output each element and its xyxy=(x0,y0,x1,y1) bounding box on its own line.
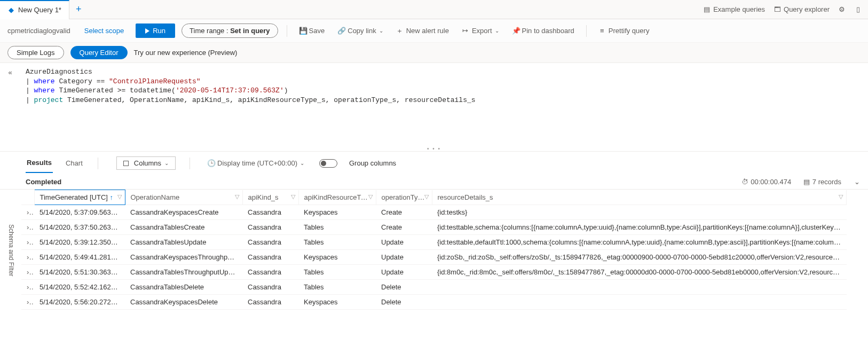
expand-row-toggle[interactable]: › xyxy=(21,280,34,295)
cell-timegenerated: 5/14/2020, 5:37:50.263 PM xyxy=(34,220,125,235)
filter-icon[interactable]: ▽ xyxy=(117,193,122,200)
example-queries-button[interactable]: ▤ Example queries xyxy=(703,5,765,13)
tab-bar: ◆ New Query 1* + ▤ Example queries 🗔 Que… xyxy=(0,0,868,19)
status-label: Completed xyxy=(26,178,61,186)
run-button[interactable]: Run xyxy=(136,23,175,38)
query-explorer-button[interactable]: 🗔 Query explorer xyxy=(774,5,830,13)
cell-apikindresourcetype: Keyspaces xyxy=(298,205,376,220)
tab-new-query[interactable]: ◆ New Query 1* xyxy=(0,0,69,19)
divider xyxy=(98,158,98,169)
example-queries-icon: ▤ xyxy=(703,5,711,13)
col-operationname[interactable]: OperationName▽ xyxy=(125,190,242,205)
panel-icon[interactable]: ▯ xyxy=(854,5,862,13)
group-columns-label: Group columns xyxy=(349,159,396,167)
export-icon: ↦ xyxy=(462,27,469,35)
cell-timegenerated: 5/14/2020, 5:37:09.563 PM xyxy=(34,205,125,220)
table-row[interactable]: ›5/14/2020, 5:39:12.350 PMCassandraTable… xyxy=(21,235,847,250)
table-row[interactable]: ›5/14/2020, 5:37:50.263 PMCassandraTable… xyxy=(21,220,847,235)
col-resourcedetails[interactable]: resourceDetails_s▽ xyxy=(432,190,847,205)
select-scope-link[interactable]: Select scope xyxy=(79,27,129,35)
cell-operationname: CassandraKeyspacesCreate xyxy=(125,205,242,220)
cell-operationname: CassandraTablesDelete xyxy=(125,280,242,295)
group-columns-toggle[interactable] xyxy=(319,159,337,168)
cell-apikind: Cassandra xyxy=(242,220,298,235)
prettify-button[interactable]: ≡Prettify query xyxy=(595,27,653,35)
filter-icon[interactable]: ▽ xyxy=(424,193,429,200)
cell-apikindresourcetype: Keyspaces xyxy=(298,295,376,310)
results-tab[interactable]: Results xyxy=(26,153,53,173)
chevron-down-icon: ⌄ xyxy=(379,28,383,34)
cell-operationname: CassandraKeyspacesDelete xyxy=(125,295,242,310)
col-timegenerated[interactable]: TimeGenerated [UTC] ↑▽ xyxy=(34,190,125,205)
cell-apikind: Cassandra xyxy=(242,250,298,265)
cell-apikind: Cassandra xyxy=(242,205,298,220)
expand-row-toggle[interactable]: › xyxy=(21,250,34,265)
cell-resourcedetails: {id:8m0c,_rid:8m0c,_self:offers/8m0c/,_t… xyxy=(432,265,847,280)
cell-apikindresourcetype: Keyspaces xyxy=(298,250,376,265)
export-button[interactable]: ↦Export ⌄ xyxy=(459,27,502,35)
expand-chevron-icon[interactable]: ⌄ xyxy=(853,178,861,186)
filter-icon[interactable]: ▽ xyxy=(291,193,295,200)
table-row[interactable]: ›5/14/2020, 5:56:20.272 PMCassandraKeysp… xyxy=(21,295,847,310)
cell-resourcedetails: {id:zoSb,_rid:zoSb,_self:offers/zoSb/,_t… xyxy=(432,250,847,265)
tab-add[interactable]: + xyxy=(69,4,88,15)
link-icon: 🔗 xyxy=(337,27,345,35)
cell-operationtype: Update xyxy=(376,265,432,280)
schema-filter-sidebar-tab[interactable]: Schema and Filter xyxy=(7,224,15,276)
tab-label: New Query 1* xyxy=(18,6,61,14)
try-new-experience-link[interactable]: Try our new experience (Preview) xyxy=(134,49,238,57)
table-row[interactable]: ›5/14/2020, 5:37:09.563 PMCassandraKeysp… xyxy=(21,205,847,220)
query-tab-icon: ◆ xyxy=(7,6,15,14)
record-count: ▤ 7 records xyxy=(803,178,841,186)
expand-row-toggle[interactable]: › xyxy=(21,295,34,310)
filter-icon[interactable]: ▽ xyxy=(839,193,843,200)
table-row[interactable]: ›5/14/2020, 5:51:30.363 PMCassandraTable… xyxy=(21,265,847,280)
cell-apikindresourcetype: Tables xyxy=(298,220,376,235)
cell-operationname: CassandraKeyspacesThroughputUpdate xyxy=(125,250,242,265)
chart-tab[interactable]: Chart xyxy=(65,154,84,172)
simple-logs-toggle[interactable]: Simple Logs xyxy=(7,46,64,59)
col-apikind[interactable]: apiKind_s▽ xyxy=(242,190,298,205)
new-alert-button[interactable]: ＋New alert rule xyxy=(393,26,452,36)
chevron-down-icon: ⌄ xyxy=(164,160,169,166)
cell-operationtype: Delete xyxy=(376,295,432,310)
resize-handle[interactable]: • • • xyxy=(0,146,868,151)
cell-operationtype: Update xyxy=(376,235,432,250)
expand-row-toggle[interactable]: › xyxy=(21,265,34,280)
cell-operationname: CassandraTablesCreate xyxy=(125,220,242,235)
records-icon: ▤ xyxy=(803,178,810,186)
pin-icon: 📌 xyxy=(512,27,519,35)
columns-button[interactable]: Columns ⌄ xyxy=(116,156,176,170)
time-range-selector[interactable]: Time range : Set in query xyxy=(182,23,278,38)
filter-icon[interactable]: ▽ xyxy=(235,193,239,200)
copy-link-button[interactable]: 🔗Copy link ⌄ xyxy=(334,27,386,35)
cell-operationtype: Create xyxy=(376,220,432,235)
col-apikindresourcetype[interactable]: apiKindResourceType_s▽ xyxy=(298,190,376,205)
cell-operationtype: Create xyxy=(376,205,432,220)
cell-timegenerated: 5/14/2020, 5:52:42.162 PM xyxy=(34,280,125,295)
expand-row-toggle[interactable]: › xyxy=(21,235,34,250)
columns-icon xyxy=(123,161,129,166)
save-button[interactable]: 💾Save xyxy=(296,27,328,35)
cell-apikind: Cassandra xyxy=(242,295,298,310)
cell-operationname: CassandraTablesThroughputUpdate xyxy=(125,265,242,280)
pin-button[interactable]: 📌Pin to dashboard xyxy=(509,27,578,35)
table-row[interactable]: ›5/14/2020, 5:49:41.281 PMCassandraKeysp… xyxy=(21,250,847,265)
filter-icon[interactable]: ▽ xyxy=(368,193,373,200)
divider xyxy=(287,25,287,37)
query-editor-toggle[interactable]: Query Editor xyxy=(70,46,128,59)
table-row[interactable]: ›5/14/2020, 5:52:42.162 PMCassandraTable… xyxy=(21,280,847,295)
cell-apikindresourcetype: Tables xyxy=(298,265,376,280)
settings-icon[interactable]: ⚙ xyxy=(838,5,846,13)
expand-row-toggle[interactable]: › xyxy=(21,205,34,220)
save-icon: 💾 xyxy=(299,27,306,35)
query-editor[interactable]: AzureDiagnostics | where Category == "Co… xyxy=(20,63,868,146)
collapse-sidebar-toggle[interactable]: « xyxy=(0,63,20,146)
display-time-selector[interactable]: 🕒 Display time (UTC+00:00) ⌄ xyxy=(204,159,307,167)
cell-apikind: Cassandra xyxy=(242,280,298,295)
cell-timegenerated: 5/14/2020, 5:39:12.350 PM xyxy=(34,235,125,250)
col-operationtype[interactable]: operationTyp...▽ xyxy=(376,190,432,205)
clock-icon: 🕒 xyxy=(207,159,215,167)
expand-header xyxy=(21,190,34,205)
expand-row-toggle[interactable]: › xyxy=(21,220,34,235)
